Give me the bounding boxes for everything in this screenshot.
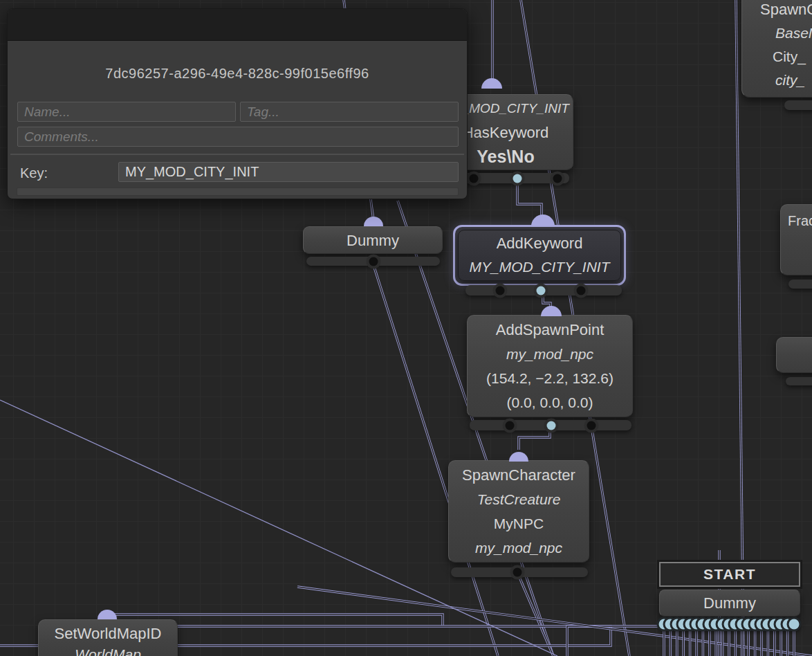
node-title: AddKeyword [497, 232, 583, 255]
key-input[interactable] [118, 162, 459, 182]
panel-scrollbar[interactable] [17, 188, 459, 196]
node-output-bar [451, 567, 588, 577]
node-output-bar [306, 257, 440, 266]
start-label: START [703, 566, 756, 583]
node-output-bar [786, 377, 812, 385]
node-set-world-map-id[interactable]: SetWorldMapID WorldMap [38, 610, 178, 656]
start-output-pin[interactable] [789, 619, 800, 630]
panel-titlebar[interactable] [8, 9, 467, 41]
node-graph-canvas[interactable]: MY_MOD_CITY_INIT HasKeyword Yes\No Spawn… [0, 0, 812, 656]
input-connector[interactable] [531, 215, 555, 226]
node-line: my_mod_npc [475, 536, 562, 560]
start-pins-row [659, 618, 800, 630]
node-spawn-character-top[interactable]: SpawnCh BaseM City_ city_ [741, 0, 812, 134]
node-line: MyNPC [494, 511, 544, 536]
node-coordinates: (154.2, −2.2, 132.6) [486, 366, 613, 390]
node-spawn-character[interactable]: SpawnCharacter TestCreature MyNPC my_mod… [448, 450, 591, 579]
node-output-bar [465, 285, 622, 295]
input-connector[interactable] [481, 78, 502, 89]
properties-panel: 7dc96257-a296-49e4-828c-99f015e6ff96 Key… [7, 8, 468, 199]
output-pin[interactable] [506, 421, 515, 430]
node-line: my_mod_npc [506, 342, 593, 366]
node-output-bar [788, 280, 812, 289]
output-pin-connected[interactable] [537, 286, 546, 295]
output-pin-connected[interactable] [513, 174, 522, 183]
node-title: Dummy [703, 591, 756, 615]
node-rotation: (0.0, 0.0, 0.0) [507, 390, 593, 414]
node-guid: 7dc96257-a296-49e4-828c-99f015e6ff96 [8, 66, 467, 82]
comments-input[interactable] [17, 127, 459, 147]
node-dummy-top[interactable]: Dummy [303, 216, 443, 267]
node-line: BaseM [775, 21, 812, 45]
output-pin[interactable] [369, 257, 378, 266]
node-frac[interactable]: Frac [780, 204, 812, 294]
start-node-group[interactable]: START Dummy [659, 562, 800, 631]
node-small-right[interactable] [776, 337, 812, 387]
node-line: city_ [775, 69, 805, 92]
node-title: SpawnCh [760, 0, 812, 21]
output-pin[interactable] [587, 421, 596, 430]
node-line: TestCreature [477, 487, 561, 511]
node-line: City_ [773, 45, 806, 69]
tag-input[interactable] [240, 102, 459, 122]
node-title: AddSpawnPoint [496, 318, 605, 342]
input-connector[interactable] [541, 306, 562, 316]
node-title: Frac [788, 209, 812, 233]
input-connector[interactable] [364, 217, 383, 226]
node-add-keyword-selected[interactable]: AddKeyword MY_MOD_CITY_INIT [453, 213, 630, 298]
panel-divider [10, 154, 464, 155]
node-output-bar [470, 420, 631, 430]
output-pin[interactable] [470, 174, 479, 183]
node-output-bar [784, 100, 812, 110]
output-pin[interactable] [496, 286, 505, 295]
name-input[interactable] [17, 102, 236, 122]
node-line: WorldMap [75, 644, 141, 656]
input-connector[interactable] [98, 610, 117, 619]
node-keyword: MY_MOD_CITY_INIT [469, 255, 609, 279]
node-add-spawn-point[interactable]: AddSpawnPoint my_mod_npc (154.2, −2.2, 1… [467, 304, 634, 434]
node-branches: Yes\No [477, 145, 534, 169]
start-label-box: START [659, 562, 800, 587]
node-title: HasKeyword [463, 120, 549, 145]
node-title: Dummy [347, 228, 399, 253]
key-label: Key: [20, 165, 48, 181]
input-connector[interactable] [509, 452, 528, 462]
output-pin[interactable] [513, 568, 522, 577]
node-title: SpawnCharacter [462, 463, 575, 487]
node-title: SetWorldMapID [55, 623, 162, 644]
output-pin[interactable] [577, 286, 586, 295]
output-pin[interactable] [553, 174, 562, 183]
output-pin-connected[interactable] [547, 421, 556, 430]
